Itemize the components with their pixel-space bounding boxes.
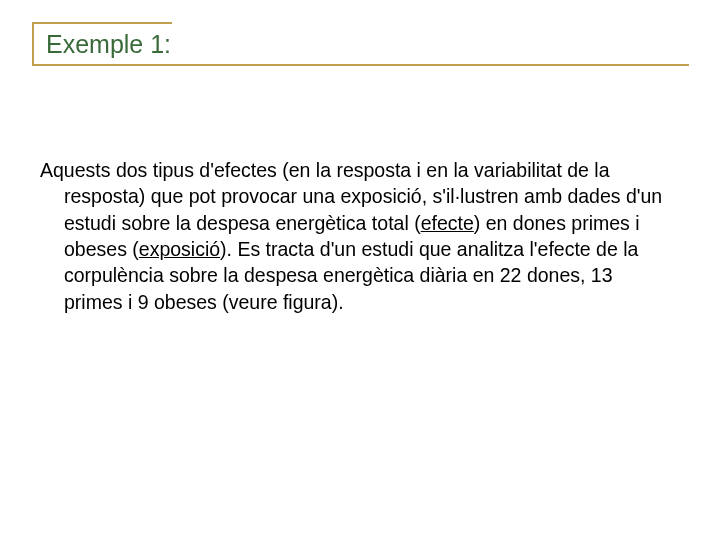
- title-border-bottom: [32, 64, 689, 66]
- slide-container: Exemple 1: Aquests dos tipus d'efectes (…: [0, 0, 720, 540]
- slide-title: Exemple 1:: [32, 22, 688, 67]
- title-border-top: [32, 22, 172, 24]
- underline-exposicio: exposició: [139, 238, 220, 260]
- title-container: Exemple 1:: [32, 22, 688, 67]
- underline-efecte: efecte: [421, 212, 474, 234]
- body-paragraph: Aquests dos tipus d'efectes (en la respo…: [56, 157, 688, 315]
- title-border-left: [32, 22, 34, 64]
